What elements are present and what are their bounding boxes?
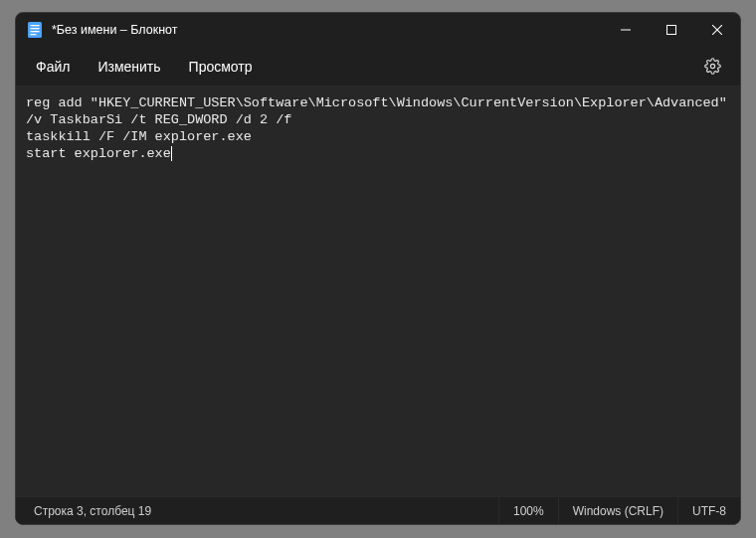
svg-rect-0: [28, 22, 42, 38]
titlebar[interactable]: *Без имени – Блокнот: [16, 13, 740, 47]
svg-rect-1: [31, 25, 40, 26]
close-button[interactable]: [694, 13, 740, 47]
svg-rect-2: [31, 28, 40, 29]
menubar: Файл Изменить Просмотр: [16, 47, 740, 87]
notepad-icon: [28, 22, 42, 38]
menu-view[interactable]: Просмотр: [175, 53, 267, 81]
svg-rect-6: [667, 26, 676, 35]
status-position: Строка 3, столбец 19: [16, 497, 165, 524]
svg-rect-4: [31, 34, 37, 35]
menu-file[interactable]: Файл: [22, 53, 84, 81]
minimize-button[interactable]: [603, 13, 649, 47]
window-title: *Без имени – Блокнот: [52, 23, 177, 37]
editor-content: reg add "HKEY_CURRENT_USER\Software\Micr…: [26, 95, 735, 161]
statusbar: Строка 3, столбец 19 100% Windows (CRLF)…: [16, 496, 740, 524]
status-line-ending[interactable]: Windows (CRLF): [558, 497, 677, 524]
text-editor[interactable]: reg add "HKEY_CURRENT_USER\Software\Micr…: [16, 87, 740, 496]
svg-rect-3: [31, 31, 40, 32]
maximize-button[interactable]: [649, 13, 694, 47]
settings-button[interactable]: [694, 49, 730, 85]
status-encoding[interactable]: UTF-8: [677, 497, 740, 524]
notepad-window: *Без имени – Блокнот Файл Изменить Просм…: [15, 12, 741, 525]
text-cursor: [171, 146, 172, 161]
status-zoom[interactable]: 100%: [498, 497, 558, 524]
svg-point-9: [710, 64, 714, 68]
menu-edit[interactable]: Изменить: [84, 53, 174, 81]
